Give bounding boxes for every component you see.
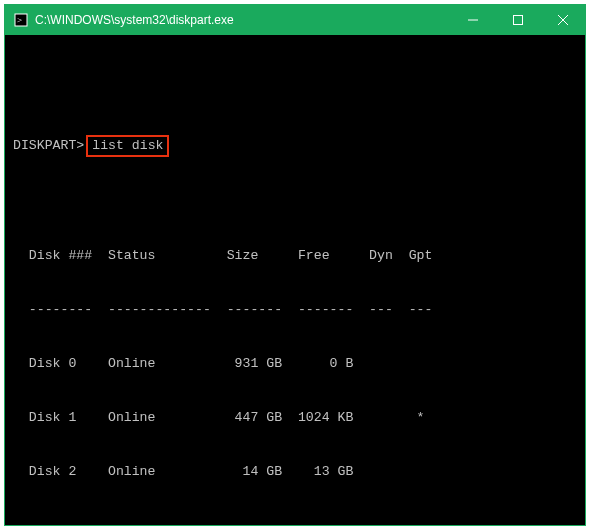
prompt: DISKPART> [13, 137, 84, 155]
maximize-button[interactable] [495, 5, 540, 35]
command-list-disk: list disk [86, 135, 169, 157]
svg-rect-3 [513, 16, 522, 25]
svg-text:>: > [17, 15, 22, 25]
table-row: Disk 1 Online 447 GB 1024 KB * [13, 409, 577, 427]
window-title: C:\WINDOWS\system32\diskpart.exe [35, 13, 450, 27]
terminal-output[interactable]: DISKPART> list disk Disk ### Status Size… [5, 35, 585, 525]
disk-table-divider: -------- ------------- ------- ------- -… [13, 301, 577, 319]
prompt-line: DISKPART> list disk [13, 135, 577, 157]
table-row: Disk 2 Online 14 GB 13 GB [13, 463, 577, 481]
disk-table-header: Disk ### Status Size Free Dyn Gpt [13, 247, 577, 265]
titlebar[interactable]: > C:\WINDOWS\system32\diskpart.exe [5, 5, 585, 35]
close-button[interactable] [540, 5, 585, 35]
app-window: > C:\WINDOWS\system32\diskpart.exe DISKP… [4, 4, 586, 526]
minimize-button[interactable] [450, 5, 495, 35]
app-icon: > [13, 12, 29, 28]
table-row: Disk 0 Online 931 GB 0 B [13, 355, 577, 373]
